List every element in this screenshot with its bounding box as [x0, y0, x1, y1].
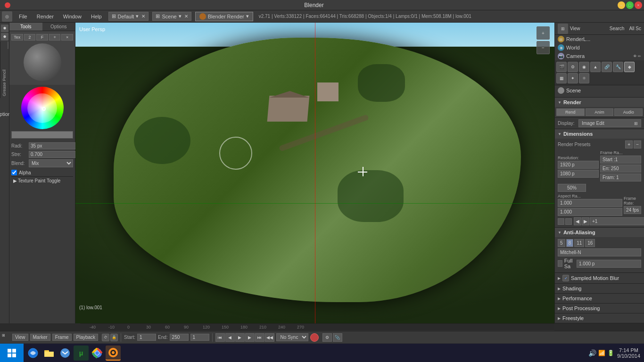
performance-section[interactable]: ▶ Performance: [555, 294, 644, 304]
playback-menu[interactable]: Playback: [74, 334, 99, 341]
pit-physics[interactable]: ⚛: [579, 73, 589, 83]
scale-input[interactable]: [558, 184, 586, 192]
render-header[interactable]: ▼ Render: [555, 98, 644, 107]
frame-menu[interactable]: Frame: [52, 334, 72, 341]
sampled-motion-section[interactable]: ▶ ✓ Sampled Motion Blur: [555, 273, 644, 284]
start-frame[interactable]: [600, 156, 641, 164]
tl-extra1[interactable]: ⚙: [322, 333, 332, 342]
post-processing-section[interactable]: ▶ Post Processing: [555, 304, 644, 313]
current-frame[interactable]: [600, 173, 641, 181]
image-edit-button[interactable]: Image Edit ⊞: [578, 119, 641, 127]
menu-file[interactable]: File: [16, 13, 30, 20]
alpha-checkbox[interactable]: [11, 170, 17, 175]
pit-constraint[interactable]: 🔗: [602, 62, 612, 72]
pit-particles[interactable]: ✦: [568, 73, 578, 83]
marker-menu[interactable]: Marker: [30, 334, 50, 341]
play-button[interactable]: ▶: [235, 333, 245, 342]
jump-end[interactable]: ⏭: [255, 333, 264, 342]
aa-8[interactable]: 8: [566, 239, 574, 247]
zoom-in[interactable]: +: [537, 26, 550, 40]
blender-taskbar-icon[interactable]: [106, 346, 121, 361]
workspace-selector[interactable]: ⊞ Default ▾ ✕: [108, 12, 149, 21]
end-field[interactable]: [170, 334, 189, 341]
timerem-check1[interactable]: [558, 218, 564, 225]
blender-logo[interactable]: ◎: [2, 11, 12, 22]
add-button[interactable]: +: [49, 34, 61, 41]
close-winbtn[interactable]: ×: [635, 1, 642, 9]
maximize-button[interactable]: □: [626, 1, 634, 9]
pit-material[interactable]: ◆: [624, 62, 635, 72]
tray-3[interactable]: 🔋: [607, 350, 614, 356]
texture-paint-toggle[interactable]: ▶ Texture Paint Toggle: [11, 176, 73, 185]
aspect-y[interactable]: [558, 208, 622, 216]
preset-add[interactable]: +: [625, 140, 633, 148]
chrome-icon[interactable]: [90, 346, 105, 361]
full-sample-val[interactable]: [577, 260, 641, 268]
end-frame[interactable]: [600, 165, 641, 173]
world-item[interactable]: ◉ World: [555, 43, 644, 52]
viewport[interactable]: User Persp (1) low.001 + − ⊞ View Brush …: [75, 23, 554, 323]
record-button[interactable]: [310, 333, 319, 342]
search-tab[interactable]: Search: [610, 26, 625, 31]
pit-obj[interactable]: ▲: [590, 62, 601, 72]
aa-16[interactable]: 16: [585, 239, 595, 247]
playback-icon[interactable]: ⏱ 🔒: [102, 334, 118, 341]
start-button[interactable]: [0, 344, 24, 362]
res-x-input[interactable]: [558, 161, 599, 169]
ie-icon[interactable]: [25, 346, 41, 361]
aa-filter-input[interactable]: [558, 248, 641, 256]
pit-texture[interactable]: ▦: [556, 73, 567, 83]
fps-input[interactable]: [624, 206, 641, 214]
tool-btn-2[interactable]: ⬟: [1, 33, 8, 41]
view-tab[interactable]: View: [570, 26, 608, 31]
pit-scene[interactable]: ⚙: [568, 62, 578, 72]
timerem-check2[interactable]: [565, 218, 572, 225]
brush-num[interactable]: 2: [24, 34, 36, 41]
minimize-button[interactable]: −: [618, 1, 625, 9]
camera-item[interactable]: 📷 Camera 👁 ✏: [555, 52, 644, 60]
preset-remove[interactable]: −: [634, 140, 641, 148]
tray-2[interactable]: 📶: [598, 350, 605, 356]
explorer-icon[interactable]: [41, 346, 57, 361]
anim-tab[interactable]: Anim: [586, 108, 614, 116]
aa-11[interactable]: 11: [574, 239, 584, 247]
prev-frame[interactable]: ◀: [225, 333, 235, 342]
aspect-x[interactable]: [558, 199, 622, 207]
play-reverse[interactable]: ◀◀: [265, 333, 274, 342]
scene-selector[interactable]: ⊞ Scene ▾ ✕: [152, 12, 191, 21]
aa-header[interactable]: ▼ Anti-Aliasing: [555, 228, 644, 237]
timerem-prev[interactable]: ◀: [574, 217, 581, 225]
close-button[interactable]: [5, 2, 10, 8]
sampled-check[interactable]: ✓: [562, 275, 569, 281]
next-frame[interactable]: ▶: [245, 333, 255, 342]
jump-start[interactable]: ⏮: [215, 333, 225, 342]
timerem-input[interactable]: [590, 217, 644, 225]
engine-selector[interactable]: Blender Render ▾: [195, 12, 253, 21]
sync-select[interactable]: No Sync: [276, 333, 308, 341]
zoom-out[interactable]: −: [537, 41, 550, 54]
menu-window[interactable]: Window: [60, 13, 84, 20]
render-layer-item[interactable]: ▤ RenderL...: [555, 35, 644, 43]
tex-button[interactable]: Tex: [11, 34, 23, 41]
blend-select[interactable]: Mix: [29, 159, 73, 167]
freestyle-section[interactable]: ▶ Freestyle: [555, 313, 644, 323]
view-menu-tl[interactable]: View: [12, 334, 28, 341]
color-wheel[interactable]: [21, 87, 64, 129]
pit-render[interactable]: 🎬: [556, 62, 567, 72]
res-y-input[interactable]: [558, 170, 599, 178]
remove-button[interactable]: ×: [61, 34, 73, 41]
full-sample-check[interactable]: [558, 260, 562, 267]
utorrent-icon[interactable]: μ: [74, 346, 89, 361]
options-tab[interactable]: Options: [42, 23, 75, 31]
menu-render[interactable]: Render: [34, 13, 57, 20]
shading-section[interactable]: ▶ Shading: [555, 284, 644, 294]
rend-tab[interactable]: Rend: [556, 108, 585, 116]
tl-extra2[interactable]: 📎: [333, 333, 342, 342]
audio-tab[interactable]: Audio: [614, 108, 643, 116]
start-field[interactable]: [137, 334, 156, 341]
pit-modifier[interactable]: 🔧: [613, 62, 623, 72]
pit-world[interactable]: ◉: [579, 62, 589, 72]
menu-help[interactable]: Help: [88, 13, 105, 20]
all-sc-tab[interactable]: All Sc: [629, 26, 641, 31]
timeline-mode-icon[interactable]: ⊞: [2, 333, 10, 342]
